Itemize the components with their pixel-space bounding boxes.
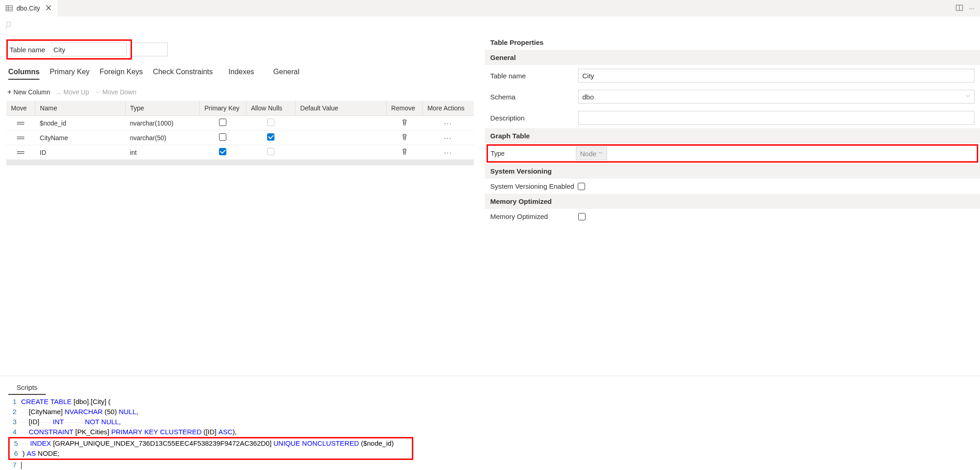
col-type: Type <box>126 101 200 116</box>
line-number: 2 <box>8 407 21 417</box>
memopt-checkbox[interactable] <box>578 213 586 220</box>
nulls-checkbox[interactable] <box>267 148 274 155</box>
tab-indexes[interactable]: Indexes <box>229 68 254 80</box>
publish-icon[interactable] <box>5 21 13 31</box>
more-actions-icon[interactable]: ··· <box>444 120 452 127</box>
designer-pane: Table name Columns Primary Key Foreign K… <box>0 35 485 376</box>
section-system-versioning: System Versioning <box>485 164 980 179</box>
svg-rect-8 <box>7 22 11 27</box>
tab-primary-key[interactable]: Primary Key <box>49 68 89 80</box>
code-line[interactable]: 2····[CityName]·NVARCHAR·(50)·NULL, <box>8 407 980 417</box>
cell-default[interactable] <box>296 116 387 131</box>
tab-title: dbo.City <box>16 5 40 12</box>
trash-icon[interactable] <box>401 149 408 157</box>
cell-name[interactable]: ID <box>35 145 126 160</box>
close-icon[interactable] <box>45 5 52 12</box>
drag-handle-icon[interactable] <box>16 136 25 140</box>
text-cursor <box>21 462 22 469</box>
cell-name[interactable]: CityName <box>35 131 126 145</box>
editor-tab[interactable]: dbo.City <box>0 0 57 16</box>
tab-bar: dbo.City ··· <box>0 0 980 16</box>
col-nulls: Allow Nulls <box>246 101 295 116</box>
drag-handle-icon[interactable] <box>16 121 25 126</box>
cell-type[interactable]: nvarchar(50) <box>126 131 200 145</box>
nulls-checkbox[interactable] <box>267 133 274 141</box>
line-number: 7 <box>8 460 21 470</box>
col-move: Move <box>6 101 35 116</box>
scripts-tab[interactable]: Scripts <box>8 381 46 395</box>
tab-foreign-keys[interactable]: Foreign Keys <box>100 68 143 80</box>
chevron-down-icon: ﹀ <box>598 150 603 157</box>
col-more: More Actions <box>422 101 474 116</box>
pk-checkbox[interactable] <box>219 119 226 126</box>
prop-table-name-label: Table name <box>490 72 578 80</box>
pk-checkbox[interactable] <box>219 133 226 141</box>
table-row[interactable]: CityNamenvarchar(50)··· <box>6 131 474 145</box>
trash-icon[interactable] <box>401 135 408 142</box>
graph-type-highlight: Type Node﹀ <box>487 144 978 163</box>
script-editor[interactable]: 1CREATE·TABLE·[dbo].[City]·(2····[CityNa… <box>0 395 980 470</box>
properties-pane: Table Properties General Table name Sche… <box>485 35 980 376</box>
cell-default[interactable] <box>296 131 387 145</box>
drag-handle-icon[interactable] <box>16 150 25 155</box>
sysver-checkbox[interactable] <box>578 183 585 190</box>
cell-type[interactable]: int <box>126 145 200 160</box>
more-actions-icon[interactable]: ··· <box>444 149 452 156</box>
column-actions: +New Column ︿Move Up ﹀Move Down <box>6 88 485 96</box>
code-line[interactable]: 5····INDEX·[GRAPH_UNIQUE_INDEX_736D13C55… <box>10 438 394 448</box>
trash-icon[interactable] <box>401 120 408 127</box>
scripts-pane: Scripts 1CREATE·TABLE·[dbo].[City]·(2···… <box>0 376 980 470</box>
prop-table-name-input[interactable] <box>578 69 975 82</box>
properties-title: Table Properties <box>485 35 980 50</box>
line-number: 5 <box>10 438 22 448</box>
code-line[interactable]: 3····[ID]·······INT···········NOT·NULL, <box>8 417 980 427</box>
col-pk: Primary Key <box>200 101 246 116</box>
secondary-toolbar <box>0 16 980 35</box>
line-number: 4 <box>8 427 21 437</box>
prop-schema-select[interactable]: dbo﹀ <box>578 90 975 104</box>
move-down-button[interactable]: ﹀Move Down <box>96 88 137 96</box>
line-number: 3 <box>8 417 21 427</box>
more-actions-icon[interactable]: ··· <box>444 134 452 142</box>
table-name-label: Table name <box>10 46 45 54</box>
code-line[interactable]: 7 <box>8 460 980 470</box>
cell-name[interactable]: $node_id <box>35 116 126 131</box>
new-column-button[interactable]: +New Column <box>7 88 50 96</box>
designer-tabs: Columns Primary Key Foreign Keys Check C… <box>6 68 485 80</box>
prop-schema-label: Schema <box>490 93 578 101</box>
col-default: Default Value <box>296 101 387 116</box>
table-name-highlight: Table name <box>6 39 132 60</box>
table-icon <box>5 5 13 12</box>
svg-rect-0 <box>6 5 12 11</box>
section-general: General <box>485 50 980 65</box>
table-name-input-ext[interactable] <box>132 43 168 56</box>
cell-default[interactable] <box>296 145 387 160</box>
table-row[interactable]: IDint··· <box>6 145 474 160</box>
code-line[interactable]: 4····CONSTRAINT·[PK_Cities]·PRIMARY·KEY·… <box>8 427 980 437</box>
grid-footer-bar <box>6 160 474 165</box>
cell-type[interactable]: nvarchar(1000) <box>126 116 200 131</box>
prop-description-label: Description <box>490 114 578 122</box>
prop-sysver-label: System Versioning Enabled <box>490 182 574 190</box>
tab-columns[interactable]: Columns <box>8 68 39 80</box>
prop-description-input[interactable] <box>578 111 975 125</box>
table-name-input[interactable] <box>50 43 127 56</box>
prop-memopt-label: Memory Optimized <box>490 213 578 220</box>
prop-type-label: Type <box>491 150 576 157</box>
table-row[interactable]: $node_idnvarchar(1000)··· <box>6 116 474 131</box>
more-icon[interactable]: ··· <box>969 5 975 12</box>
line-number: 6 <box>10 448 22 459</box>
line-number: 1 <box>8 397 21 407</box>
chevron-down-icon: ﹀ <box>966 93 970 100</box>
tab-check-constraints[interactable]: Check Constraints <box>153 68 213 80</box>
columns-grid: Move Name Type Primary Key Allow Nulls D… <box>6 101 474 160</box>
prop-type-select[interactable]: Node﹀ <box>576 147 607 160</box>
tab-general[interactable]: General <box>274 68 300 80</box>
section-memory-optimized: Memory Optimized <box>485 194 980 209</box>
pk-checkbox[interactable] <box>219 148 226 155</box>
nulls-checkbox[interactable] <box>267 119 274 126</box>
split-editor-icon[interactable] <box>955 4 964 13</box>
code-line[interactable]: 1CREATE·TABLE·[dbo].[City]·( <box>8 397 980 407</box>
code-line[interactable]: 6)·AS·NODE; <box>10 448 394 459</box>
move-up-button[interactable]: ︿Move Up <box>56 88 89 96</box>
